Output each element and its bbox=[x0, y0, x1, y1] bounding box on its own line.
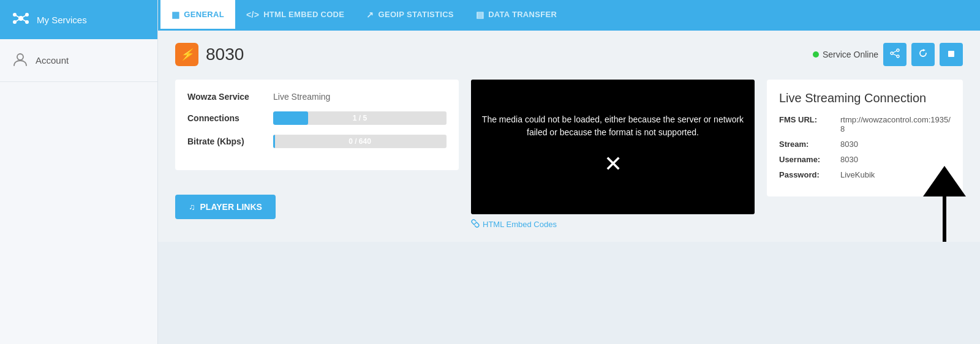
svg-point-10 bbox=[897, 49, 899, 51]
stream-value: 8030 bbox=[840, 140, 858, 149]
content-area: ⚡ 8030 Service Online bbox=[158, 31, 980, 242]
password-label: Password: bbox=[779, 170, 840, 179]
tab-geoip[interactable]: ↗ GEOIP STATISTICS bbox=[355, 0, 465, 31]
stop-button[interactable] bbox=[940, 43, 963, 66]
fms-label: FMS URL: bbox=[779, 115, 840, 133]
general-tab-icon: ▦ bbox=[172, 10, 179, 20]
player-links-button[interactable]: ♫ PLAYER LINKS bbox=[175, 195, 276, 219]
wowza-service-row: Wowza Service Live Streaming bbox=[187, 92, 447, 102]
password-value: LiveKubik bbox=[840, 170, 875, 179]
connections-label: Connections bbox=[187, 113, 273, 123]
wowza-service-label: Wowza Service bbox=[187, 92, 273, 102]
html-embed-link[interactable]: HTML Embed Codes bbox=[471, 219, 755, 230]
share-button[interactable] bbox=[883, 43, 907, 66]
player-links-label: PLAYER LINKS bbox=[200, 202, 262, 212]
svg-line-16 bbox=[474, 222, 477, 225]
html-embed-label: HTML Embed Codes bbox=[483, 220, 557, 229]
video-player: The media could not be loaded, either be… bbox=[471, 80, 755, 214]
service-info-card: Wowza Service Live Streaming Connections… bbox=[175, 80, 459, 170]
sidebar-item-account[interactable]: Account bbox=[0, 39, 157, 82]
geoip-tab-icon: ↗ bbox=[366, 10, 374, 20]
music-icon: ♫ bbox=[189, 202, 195, 212]
refresh-button[interactable] bbox=[911, 43, 935, 66]
service-header: ⚡ 8030 Service Online bbox=[175, 43, 963, 66]
html-embed-tab-icon: </> bbox=[246, 10, 259, 20]
video-error-symbol: ✕ bbox=[604, 148, 622, 181]
password-row: Password: LiveKubik bbox=[779, 170, 951, 179]
my-services-label: My Services bbox=[37, 15, 87, 25]
svg-point-12 bbox=[897, 55, 899, 58]
svg-line-13 bbox=[893, 51, 897, 53]
svg-point-11 bbox=[891, 52, 893, 54]
wowza-logo-text: ⚡ bbox=[180, 48, 194, 61]
svg-point-9 bbox=[17, 54, 23, 60]
wowza-service-value: Live Streaming bbox=[273, 92, 330, 102]
service-status: Service Online bbox=[813, 50, 878, 59]
html-embed-tab-label: HTML EMBED CODE bbox=[263, 10, 344, 19]
tab-data-transfer[interactable]: ▤ DATA TRANSFER bbox=[465, 0, 568, 31]
bitrate-progress-fill bbox=[273, 135, 275, 148]
general-tab-label: GENERAL bbox=[184, 10, 224, 19]
account-label: Account bbox=[36, 55, 69, 65]
content-wrapper: ⚡ 8030 Service Online bbox=[158, 31, 980, 344]
link-icon bbox=[471, 219, 480, 230]
bitrate-progress-label: 0 / 640 bbox=[349, 137, 371, 146]
connection-title: Live Streaming Connection bbox=[779, 91, 951, 105]
data-transfer-tab-label: DATA TRANSFER bbox=[488, 10, 557, 19]
network-icon bbox=[12, 10, 29, 29]
refresh-icon bbox=[918, 48, 928, 61]
status-dot bbox=[813, 51, 819, 58]
fms-url-row: FMS URL: rtmp://wowzacontrol.com:1935/8 bbox=[779, 115, 951, 133]
service-status-area: Service Online bbox=[813, 43, 963, 66]
wowza-logo: ⚡ bbox=[175, 43, 198, 66]
sidebar-item-my-services[interactable]: My Services bbox=[0, 0, 157, 39]
tab-html-embed[interactable]: </> HTML EMBED CODE bbox=[235, 0, 355, 31]
fms-value: rtmp://wowzacontrol.com:1935/8 bbox=[840, 115, 951, 133]
video-area: The media could not be loaded, either be… bbox=[471, 80, 755, 230]
main-panel: ▦ GENERAL </> HTML EMBED CODE ↗ GEOIP ST… bbox=[158, 0, 980, 344]
service-number: 8030 bbox=[206, 45, 244, 64]
connections-progress: 1 / 5 bbox=[273, 111, 447, 125]
connections-row: Connections 1 / 5 bbox=[187, 111, 447, 125]
username-value: 8030 bbox=[840, 155, 858, 164]
share-icon bbox=[890, 48, 900, 61]
data-transfer-tab-icon: ▤ bbox=[476, 10, 484, 20]
status-label: Service Online bbox=[823, 50, 878, 59]
video-error-text: The media could not be loaded, either be… bbox=[481, 113, 745, 139]
stop-icon bbox=[948, 49, 955, 60]
connections-progress-fill bbox=[273, 111, 308, 125]
username-row: Username: 8030 bbox=[779, 155, 951, 164]
bitrate-label: Bitrate (Kbps) bbox=[187, 136, 273, 146]
right-column: Live Streaming Connection FMS URL: rtmp:… bbox=[767, 80, 963, 230]
username-label: Username: bbox=[779, 155, 840, 164]
stream-row: Stream: 8030 bbox=[779, 140, 951, 149]
bitrate-progress: 0 / 640 bbox=[273, 135, 447, 148]
svg-line-14 bbox=[893, 54, 897, 56]
tab-general[interactable]: ▦ GENERAL bbox=[160, 0, 235, 31]
sidebar: My Services Account bbox=[0, 0, 158, 344]
stream-label: Stream: bbox=[779, 140, 840, 149]
connections-progress-label: 1 / 5 bbox=[353, 114, 367, 122]
svg-rect-15 bbox=[948, 51, 954, 57]
service-info-panel: Wowza Service Live Streaming Connections… bbox=[175, 80, 459, 230]
main-grid: Wowza Service Live Streaming Connections… bbox=[175, 80, 963, 230]
bitrate-row: Bitrate (Kbps) 0 / 640 bbox=[187, 135, 447, 148]
geoip-tab-label: GEOIP STATISTICS bbox=[379, 10, 454, 19]
connection-panel: Live Streaming Connection FMS URL: rtmp:… bbox=[767, 80, 963, 196]
service-title-row: ⚡ 8030 bbox=[175, 43, 244, 66]
account-icon bbox=[12, 51, 28, 70]
tab-bar: ▦ GENERAL </> HTML EMBED CODE ↗ GEOIP ST… bbox=[158, 0, 980, 31]
